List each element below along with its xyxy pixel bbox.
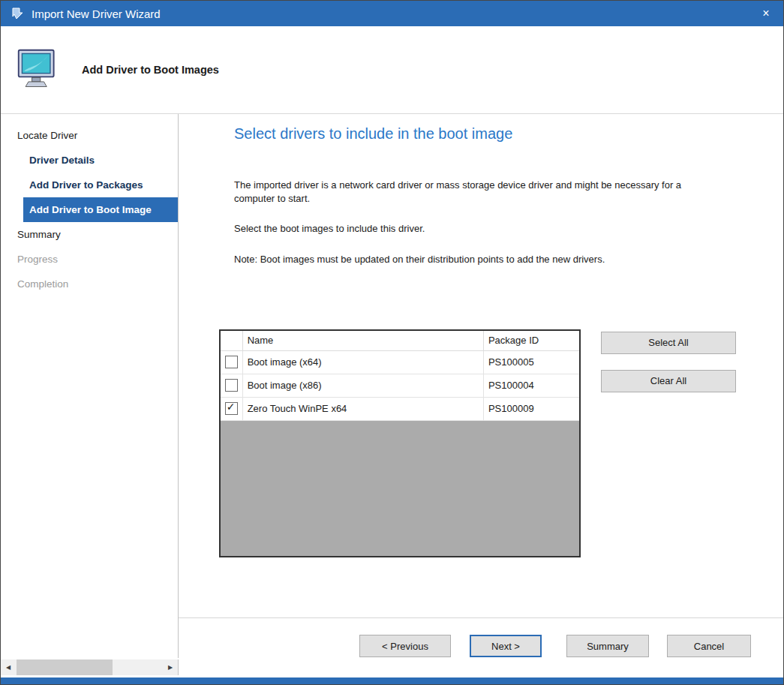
check-icon: ✓ (227, 401, 236, 413)
row-name: Zero Touch WinPE x64 (242, 397, 483, 420)
close-icon[interactable]: × (749, 1, 783, 26)
sidebar-item-add-driver-to-packages: Add Driver to Packages (1, 173, 178, 197)
import-driver-wizard-window: Import New Driver Wizard × Add Driver to… (0, 0, 784, 685)
bottom-accent-strip (1, 677, 783, 684)
table-empty-area (220, 420, 580, 557)
name-column-header[interactable]: Name (242, 330, 483, 351)
cancel-button[interactable]: Cancel (667, 635, 751, 657)
package-id-column-header[interactable]: Package ID (483, 330, 580, 351)
sidebar-item-driver-details: Driver Details (1, 148, 178, 173)
wizard-main-panel: Select drivers to include in the boot im… (179, 114, 783, 616)
scroll-left-icon[interactable]: ◀ (1, 659, 16, 675)
boot-images-area: Name Package ID ✓ Boot image (x64) PS100… (219, 329, 783, 557)
sidebar-item-locate-driver: Locate Driver (1, 123, 178, 148)
page-heading: Select drivers to include in the boot im… (234, 125, 783, 143)
row-package-id: PS100005 (483, 350, 580, 374)
sidebar-item-summary: Summary (1, 222, 178, 247)
row-checkbox[interactable]: ✓ (225, 402, 238, 415)
sidebar-item-progress: Progress (1, 247, 178, 272)
row-package-id: PS100004 (483, 374, 580, 397)
selection-buttons: Select All Clear All (601, 332, 736, 392)
boot-images-table: Name Package ID ✓ Boot image (x64) PS100… (219, 329, 581, 557)
previous-button[interactable]: < Previous (359, 635, 451, 657)
summary-button[interactable]: Summary (566, 635, 649, 657)
wizard-icon (11, 7, 24, 20)
table-row[interactable]: ✓ Boot image (x64) PS100005 (220, 350, 580, 374)
window-title: Import New Driver Wizard (32, 8, 161, 20)
next-button[interactable]: Next > (470, 635, 542, 657)
footer-divider (179, 617, 783, 618)
scroll-right-icon[interactable]: ▶ (163, 659, 178, 675)
intro-text: The imported driver is a network card dr… (234, 179, 684, 206)
row-name: Boot image (x86) (242, 374, 483, 397)
checkbox-column-header (220, 330, 242, 351)
sidebar-item-add-driver-to-boot-image: Add Driver to Boot Image (23, 197, 178, 222)
note-text: Note: Boot images must be updated on the… (234, 253, 684, 266)
row-package-id: PS100009 (483, 397, 580, 420)
row-checkbox[interactable]: ✓ (225, 379, 238, 392)
table-row[interactable]: ✓ Zero Touch WinPE x64 PS100009 (220, 397, 580, 420)
select-all-button[interactable]: Select All (601, 332, 736, 354)
scrollbar-thumb[interactable] (17, 659, 113, 675)
row-checkbox[interactable]: ✓ (225, 356, 238, 368)
table-header-row: Name Package ID (220, 330, 580, 351)
instruction-text: Select the boot images to include this d… (234, 222, 684, 236)
wizard-footer: < Previous Next > Summary Cancel (359, 635, 751, 657)
computer-icon (14, 47, 62, 92)
table-row[interactable]: ✓ Boot image (x86) PS100004 (220, 374, 580, 397)
horizontal-scrollbar[interactable]: ◀ ▶ (1, 659, 179, 675)
scrollbar-track[interactable] (113, 659, 163, 675)
wizard-page-title: Add Driver to Boot Images (82, 64, 219, 76)
wizard-steps-sidebar: Locate Driver Driver Details Add Driver … (1, 114, 179, 658)
sidebar-item-completion: Completion (1, 272, 178, 296)
clear-all-button[interactable]: Clear All (601, 370, 736, 392)
row-name: Boot image (x64) (242, 350, 483, 374)
wizard-header: Add Driver to Boot Images (1, 26, 783, 114)
titlebar[interactable]: Import New Driver Wizard × (1, 1, 783, 26)
